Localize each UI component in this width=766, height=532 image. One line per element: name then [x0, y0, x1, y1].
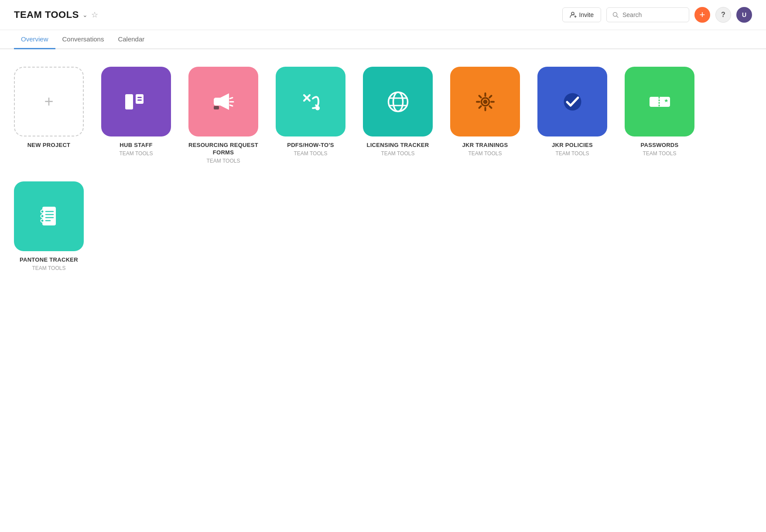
- project-name: PASSWORDS: [641, 142, 679, 149]
- svg-point-18: [483, 99, 487, 104]
- app-title: TEAM TOOLS: [14, 9, 79, 20]
- project-team: TEAM TOOLS: [468, 150, 502, 157]
- svg-point-24: [41, 210, 44, 213]
- hub-staff-svg-icon: [120, 85, 153, 118]
- hub-staff-icon: [101, 67, 171, 136]
- project-name: JKR POLICIES: [552, 142, 593, 149]
- search-input[interactable]: [622, 11, 684, 18]
- project-name: PANTONE TRACKER: [20, 256, 78, 264]
- nav-tabs: Overview Conversations Calendar: [0, 30, 766, 49]
- new-project-icon: +: [14, 67, 84, 136]
- project-jkr-policies[interactable]: JKR POLICIES TEAM TOOLS: [537, 67, 607, 164]
- plus-icon: +: [44, 94, 53, 109]
- svg-rect-5: [137, 99, 142, 101]
- chevron-down-icon[interactable]: ⌄: [82, 11, 88, 18]
- project-team: TEAM TOOLS: [294, 150, 328, 157]
- project-team: TEAM TOOLS: [381, 150, 415, 157]
- svg-line-9: [230, 105, 233, 106]
- svg-point-0: [571, 12, 574, 15]
- star-icon[interactable]: ☆: [91, 10, 98, 20]
- jkr-policies-svg-icon: [556, 85, 589, 118]
- svg-point-25: [41, 215, 44, 218]
- project-name: RESOURCING REQUEST FORMS: [188, 142, 258, 157]
- licensing-svg-icon: [382, 85, 414, 118]
- pantone-icon: [14, 181, 84, 251]
- project-team: TEAM TOOLS: [207, 158, 240, 164]
- project-pantone[interactable]: PANTONE TRACKER TEAM TOOLS: [14, 181, 84, 271]
- search-bar[interactable]: [606, 7, 689, 22]
- header: TEAM TOOLS ⌄ ☆ Invite + ? U: [0, 0, 766, 30]
- resourcing-icon: [188, 67, 258, 136]
- person-icon: [570, 11, 577, 18]
- project-pdfs[interactable]: PDFs/HOW-TO's TEAM TOOLS: [276, 67, 345, 164]
- resourcing-svg-icon: [207, 85, 240, 118]
- project-team: TEAM TOOLS: [32, 265, 66, 271]
- project-name: HUB STAFF: [120, 142, 152, 149]
- svg-point-13: [388, 92, 407, 111]
- projects-grid: + New Project HUB STAFF TEAM TOOLS: [14, 67, 752, 271]
- project-name: LICENSING TRACKER: [366, 142, 429, 149]
- project-team: TEAM TOOLS: [643, 150, 677, 157]
- tab-overview[interactable]: Overview: [14, 30, 55, 49]
- pdfs-icon: [276, 67, 345, 136]
- main-content: + New Project HUB STAFF TEAM TOOLS: [0, 49, 766, 289]
- passwords-icon: [625, 67, 694, 136]
- project-name: JKR TRAININGS: [462, 142, 508, 149]
- avatar[interactable]: U: [736, 7, 752, 23]
- project-jkr-trainings[interactable]: JKR TRAININGS TEAM TOOLS: [450, 67, 520, 164]
- jkr-trainings-icon: [450, 67, 520, 136]
- header-right: Invite + ? U: [562, 7, 752, 23]
- project-name: PDFs/HOW-TO's: [287, 142, 334, 149]
- jkr-policies-icon: [537, 67, 607, 136]
- passwords-svg-icon: [643, 85, 676, 118]
- svg-rect-6: [214, 106, 219, 109]
- invite-button[interactable]: Invite: [562, 7, 601, 22]
- licensing-icon: [363, 67, 433, 136]
- add-button[interactable]: +: [694, 7, 710, 23]
- project-resourcing[interactable]: RESOURCING REQUEST FORMS TEAM TOOLS: [188, 67, 258, 164]
- svg-line-7: [230, 98, 233, 99]
- project-passwords[interactable]: PASSWORDS TEAM TOOLS: [625, 67, 694, 164]
- help-button[interactable]: ?: [715, 7, 731, 23]
- svg-rect-23: [42, 207, 56, 225]
- svg-rect-4: [137, 97, 142, 98]
- project-new[interactable]: + New Project: [14, 67, 84, 164]
- pantone-svg-icon: [33, 200, 65, 232]
- project-hub-staff[interactable]: HUB STAFF TEAM TOOLS: [101, 67, 171, 164]
- svg-rect-3: [136, 94, 144, 104]
- svg-point-26: [41, 219, 44, 222]
- tab-conversations[interactable]: Conversations: [55, 30, 111, 49]
- project-team: TEAM TOOLS: [556, 150, 589, 157]
- jkr-trainings-svg-icon: [469, 85, 502, 118]
- project-licensing[interactable]: LICENSING TRACKER TEAM TOOLS: [363, 67, 433, 164]
- svg-rect-2: [125, 94, 133, 109]
- svg-point-14: [393, 92, 403, 111]
- header-left: TEAM TOOLS ⌄ ☆: [14, 9, 98, 20]
- search-icon: [612, 11, 619, 18]
- project-name: New Project: [27, 142, 71, 149]
- svg-point-12: [315, 106, 320, 110]
- tab-calendar[interactable]: Calendar: [111, 30, 151, 49]
- project-team: TEAM TOOLS: [120, 150, 153, 157]
- pdfs-svg-icon: [294, 85, 327, 118]
